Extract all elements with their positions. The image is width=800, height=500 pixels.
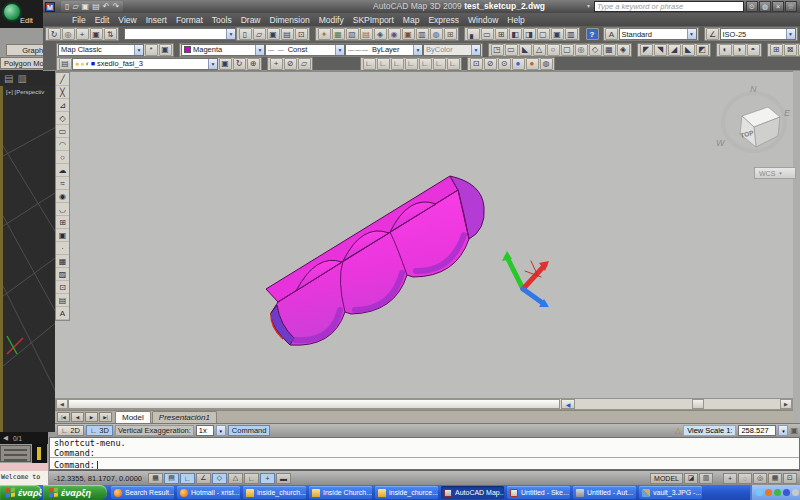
scrollbar-thumb[interactable] [68, 399, 560, 409]
map-table-icon[interactable]: ▣ [90, 28, 103, 40]
dim-style-dropdown[interactable]: ISO-25 ▼ [720, 28, 796, 40]
planar-surface-icon[interactable]: ◈ [617, 44, 630, 56]
menu-item[interactable]: SKPImport [353, 15, 394, 25]
task-hotmail[interactable]: Hotmail - xrist... [177, 486, 240, 499]
render-sphere-orange-icon[interactable]: ● [526, 58, 539, 70]
lineweight-control-dropdown[interactable]: ——— ByLayer ▼ [345, 44, 423, 56]
task-untitled-aut[interactable]: Untitled - Aut... [573, 486, 636, 499]
workspace-save-icon[interactable]: ▣ [159, 44, 172, 56]
arc-icon[interactable]: ◠ [56, 138, 69, 151]
workspace-settings-icon[interactable]: * [145, 44, 158, 56]
save-icon[interactable]: ▣ [267, 28, 280, 40]
linetype-control-dropdown[interactable]: — — Const ▼ [265, 44, 345, 56]
region-icon[interactable]: ⊡ [56, 281, 69, 294]
layer-dropdown[interactable]: ●●◐■ sxedio_fasi_3 ▼ [72, 58, 218, 70]
open-icon[interactable]: ▱ [253, 28, 266, 40]
revolve-icon[interactable]: ◣ [682, 44, 695, 56]
otrack-toggle[interactable]: △ [228, 473, 243, 484]
map-users-icon[interactable]: ⇅ [104, 28, 117, 40]
subtract-icon[interactable]: ◑ [733, 44, 746, 56]
hide-icon[interactable]: ⊘ [484, 58, 497, 70]
text-style-dropdown[interactable]: Standard ▼ [619, 28, 697, 40]
view-scale-label[interactable]: View Scale 1: [683, 425, 736, 436]
tray-icon-5[interactable] [792, 489, 799, 496]
cylinder-icon[interactable]: ▢ [561, 44, 574, 56]
chevron-down-icon[interactable]: ▼ [413, 45, 422, 55]
menu-item[interactable]: Help [507, 15, 524, 25]
ucs-world-icon[interactable]: ∟ [363, 58, 376, 70]
ucs-zaxis-icon[interactable]: ∟ [433, 58, 446, 70]
workspaces-dropdown[interactable]: Map Classic ▼ [58, 44, 144, 56]
tab-prev-icon[interactable]: ◀ [71, 412, 84, 422]
ellipse-icon[interactable]: ◉ [56, 190, 69, 203]
layers-icon[interactable]: ▥ [17, 73, 26, 84]
horizontal-scrollbar[interactable]: ◀ ◀ ▶ [55, 398, 793, 410]
task-vault3-jpg[interactable]: vault_3.JPG -... [639, 486, 702, 499]
menu-item[interactable]: Express [428, 15, 459, 25]
table-icon[interactable]: ▤ [56, 294, 69, 307]
model-space-button[interactable]: MODEL [650, 473, 683, 484]
polygon-icon[interactable]: ◇ [56, 112, 69, 125]
sheetset-icon[interactable]: ▢ [537, 28, 550, 40]
map-tool-icon-4[interactable]: ▤ [360, 28, 373, 40]
tab-first-icon[interactable]: |◀ [57, 412, 70, 422]
cone-icon[interactable]: ◇ [589, 44, 602, 56]
command-window[interactable]: shortcut-menu.Command: Command: [49, 437, 800, 470]
ducs-toggle[interactable]: ∟ [244, 473, 259, 484]
quickcalc-icon[interactable]: ▥ [565, 28, 578, 40]
wcs-dropdown[interactable]: WCS ▾ [754, 167, 796, 179]
chevron-down-icon[interactable]: ▾ [216, 425, 226, 436]
favorites-star-icon[interactable]: ☆ [785, 1, 797, 12]
menu-item[interactable]: Format [176, 15, 203, 25]
3d-button[interactable]: ∟ 3D [86, 425, 113, 436]
map-tool-icon-5[interactable]: ◈ [374, 28, 387, 40]
chevron-down-icon[interactable]: ▼ [255, 45, 264, 55]
intersect-icon[interactable]: ◓ [747, 44, 760, 56]
task-inside-church-2[interactable]: Inside Church... [309, 486, 372, 499]
mesh-icon[interactable]: ▦ [603, 44, 616, 56]
viewcube-west[interactable]: W [716, 138, 726, 148]
ucs-3point-icon[interactable]: ∟ [447, 58, 460, 70]
3d-rotate-icon[interactable]: ⊠ [784, 44, 797, 56]
chevron-down-icon[interactable]: ▾ [778, 425, 788, 436]
menu-item[interactable]: Insert [146, 15, 167, 25]
ucs-view-icon[interactable]: ∟ [405, 58, 418, 70]
rectangle-icon[interactable]: ▭ [56, 125, 69, 138]
viewport-label[interactable]: [+] [Perspectiv [6, 89, 44, 95]
chevron-down-icon[interactable]: ▼ [226, 29, 235, 39]
text-style-icon[interactable]: A [605, 28, 618, 40]
copy-icon[interactable]: ▱ [298, 58, 311, 70]
map-cleanup-icon[interactable]: ↻ [48, 28, 61, 40]
annotation-scale-icon[interactable]: ◪ [684, 473, 698, 484]
tab-next-icon[interactable]: ▶ [85, 412, 98, 422]
make-block-icon[interactable]: ▣ [56, 229, 69, 242]
ellipse-arc-icon[interactable]: ◡ [56, 203, 69, 216]
loft-icon[interactable]: ◩ [696, 44, 709, 56]
sphere-icon[interactable]: ○ [547, 44, 560, 56]
polysolid-icon[interactable]: ◳ [491, 44, 504, 56]
menu-item[interactable]: Dimension [270, 15, 310, 25]
construction-line-icon[interactable]: ╳ [56, 86, 69, 99]
tab-last-icon[interactable]: ▶| [99, 412, 112, 422]
start-button-clipped[interactable]: έναρξη [0, 485, 42, 500]
map-tool-icon-2[interactable]: ▦ [332, 28, 345, 40]
menu-item[interactable]: Window [468, 15, 498, 25]
dim-style-icon[interactable]: ∠ [706, 28, 719, 40]
map-grid-icon[interactable]: ⊞ [444, 28, 457, 40]
torus-icon[interactable]: ◎ [575, 44, 588, 56]
2d-button[interactable]: ∟ 2D [57, 425, 84, 436]
steering-wheel-icon[interactable]: ◎ [753, 473, 767, 484]
box-icon[interactable]: ▭ [505, 44, 518, 56]
tray-icon-4[interactable] [783, 489, 790, 496]
task-untitled-sketchup[interactable]: Untitled - Ske... [507, 486, 570, 499]
extrude-icon[interactable]: ◤ [640, 44, 653, 56]
task-inside-church-1[interactable]: inside_church... [243, 486, 306, 499]
visual-styles-icon[interactable]: ⊙ [498, 58, 511, 70]
close-icon[interactable]: × [772, 1, 784, 12]
chevron-down-icon[interactable]: ▼ [786, 29, 795, 39]
menu-item[interactable]: Map [403, 15, 420, 25]
named-views-icon[interactable]: ▖ [467, 28, 480, 40]
render-icon[interactable]: ⊡ [470, 58, 483, 70]
layer-previous-icon[interactable]: ↻ [233, 58, 246, 70]
viewcube-cube[interactable] [740, 107, 780, 147]
